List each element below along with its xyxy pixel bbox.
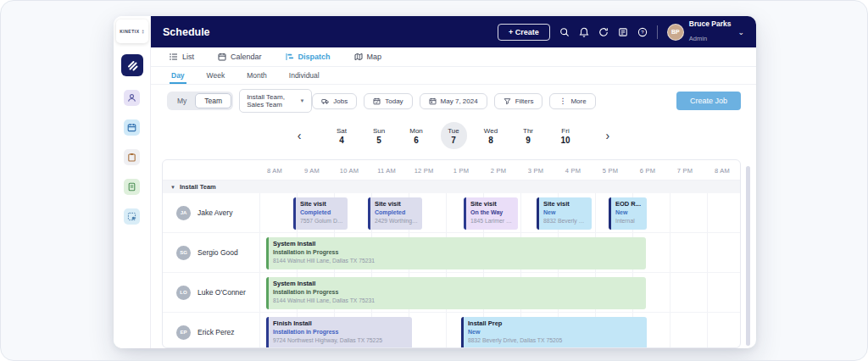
workspace-switcher[interactable]: kinetix ▴▾ bbox=[116, 19, 148, 43]
subtab-day[interactable]: Day bbox=[170, 67, 186, 84]
toolbar-buttons: Jobs Today bbox=[312, 93, 595, 109]
user-menu[interactable]: BP Bruce Parks Admin ⌄ bbox=[667, 19, 744, 44]
time-tick: 8 AM bbox=[256, 167, 293, 175]
search-button[interactable] bbox=[559, 27, 570, 37]
event-card[interactable]: Site visit New 8832 Beverly Dri... bbox=[537, 197, 592, 230]
calendar-icon bbox=[218, 53, 226, 61]
day-tue-7-selected[interactable]: Tue 7 bbox=[441, 122, 467, 149]
subtab-month[interactable]: Month bbox=[245, 67, 269, 84]
time-tick: 5 PM bbox=[592, 167, 629, 175]
vertical-scrollbar[interactable] bbox=[746, 166, 750, 346]
event-address: 1845 Larimer Ro... bbox=[470, 217, 514, 225]
sidebar-item-contacts[interactable] bbox=[124, 90, 140, 106]
event-status: New bbox=[468, 328, 643, 336]
technician-cell[interactable]: JA Jake Avery bbox=[163, 206, 259, 220]
clipboard-icon bbox=[127, 153, 136, 162]
event-address: 7557 Golum Dri... bbox=[300, 217, 343, 225]
sidebar-item-tasks[interactable] bbox=[124, 149, 140, 165]
day-thr-9[interactable]: Thr 9 bbox=[515, 122, 542, 149]
truck-icon bbox=[321, 97, 329, 105]
notifications-button[interactable] bbox=[579, 27, 589, 37]
top-header: Schedule + Create bbox=[151, 16, 756, 47]
help-button[interactable]: ? bbox=[637, 27, 648, 37]
next-day-button[interactable]: › bbox=[603, 129, 614, 142]
event-title: Finish Install bbox=[273, 319, 408, 328]
event-card[interactable]: System Install Installation in Progress … bbox=[266, 237, 646, 269]
date-navigation: ‹ Sat 4 Sun 5 Mon 6 Tue bbox=[151, 117, 756, 154]
day-mon-6[interactable]: Mon 6 bbox=[403, 122, 430, 149]
event-address: 8832 Beverly Drive, Dallas TX 75205 bbox=[468, 336, 643, 345]
technician-avatar: LO bbox=[176, 286, 191, 300]
filter-icon bbox=[504, 97, 511, 105]
event-address: 9724 Northwest Highway, Dallas TX 75225 bbox=[273, 336, 408, 345]
create-button[interactable]: + Create bbox=[498, 24, 550, 41]
event-card[interactable]: Site visit Completed 7557 Golum Dri... bbox=[293, 197, 348, 230]
technician-cell[interactable]: LO Luke O'Conner bbox=[163, 286, 259, 300]
header-divider bbox=[657, 25, 658, 39]
map-grid-icon bbox=[127, 212, 136, 221]
today-button-label: Today bbox=[385, 97, 403, 105]
time-tick: 1 PM bbox=[442, 167, 480, 175]
event-title: System Install bbox=[273, 240, 642, 248]
filters-button[interactable]: Filters bbox=[494, 93, 543, 109]
event-card[interactable]: Install Prep New 8832 Beverly Drive, Dal… bbox=[461, 317, 647, 348]
event-card[interactable]: EOD R... New Internal bbox=[609, 197, 647, 230]
technician-cell[interactable]: EP Erick Perez bbox=[163, 325, 259, 340]
day-wed-8[interactable]: Wed 8 bbox=[478, 122, 504, 149]
tab-dispatch[interactable]: Dispatch bbox=[286, 53, 331, 61]
kebab-icon: ⋮ bbox=[559, 97, 566, 105]
resource-row: LO Luke O'Conner System Install Installa… bbox=[163, 273, 740, 313]
event-card[interactable]: Site visit Completed 2429 Worthingto... bbox=[368, 197, 422, 230]
contact-icon bbox=[127, 93, 136, 103]
time-header: 8 AM 9 AM 10 AM 11 AM 12 PM 1 PM 2 PM 3 … bbox=[163, 160, 740, 180]
team-filter-select[interactable]: Install Team, Sales Team ▼ bbox=[239, 89, 312, 113]
event-address: Internal bbox=[615, 217, 643, 225]
chevron-down-icon: ▼ bbox=[299, 98, 304, 103]
day-sat-4[interactable]: Sat 4 bbox=[329, 122, 355, 149]
create-job-button[interactable]: Create Job bbox=[676, 92, 741, 110]
tab-list[interactable]: List bbox=[170, 53, 194, 61]
view-tabs: List Calendar Dispatch bbox=[151, 47, 756, 67]
news-feed-button[interactable] bbox=[618, 27, 628, 37]
brand-logo[interactable] bbox=[121, 54, 143, 76]
event-status: Installation in Progress bbox=[273, 248, 642, 256]
jobs-button[interactable]: Jobs bbox=[312, 93, 357, 109]
event-card[interactable]: System Install Installation in Progress … bbox=[266, 277, 646, 309]
event-card[interactable]: Site visit On the Way 1845 Larimer Ro... bbox=[464, 197, 518, 230]
event-address: 8832 Beverly Dri... bbox=[543, 217, 587, 225]
tab-calendar[interactable]: Calendar bbox=[218, 53, 262, 61]
subtab-individual[interactable]: Individual bbox=[287, 67, 321, 84]
tab-map[interactable]: Map bbox=[354, 53, 382, 61]
header-actions: + Create bbox=[498, 19, 744, 44]
toggle-my[interactable]: My bbox=[169, 94, 195, 108]
day-fri-10[interactable]: Fri 10 bbox=[553, 122, 579, 149]
refresh-button[interactable] bbox=[598, 27, 609, 37]
time-tick: 12 PM bbox=[405, 167, 442, 175]
technician-name: Jake Avery bbox=[198, 208, 232, 217]
sidebar-item-dispatch-map[interactable] bbox=[124, 208, 140, 225]
event-status: Installation in Progress bbox=[273, 328, 408, 336]
more-button[interactable]: ⋮ More bbox=[549, 93, 595, 109]
news-icon bbox=[618, 27, 628, 37]
user-avatar: BP bbox=[667, 24, 684, 41]
dispatch-board: 8 AM 9 AM 10 AM 11 AM 12 PM 1 PM 2 PM 3 … bbox=[162, 159, 741, 348]
toggle-team[interactable]: Team bbox=[195, 93, 231, 108]
tab-map-label: Map bbox=[367, 53, 382, 61]
event-title: Site visit bbox=[543, 200, 587, 208]
event-card[interactable]: Finish Install Installation in Progress … bbox=[266, 317, 412, 348]
event-title: Site visit bbox=[375, 200, 418, 208]
date-picker-button[interactable]: May 7, 2024 bbox=[420, 93, 487, 109]
sidebar-item-invoices[interactable] bbox=[124, 179, 140, 195]
sidebar-item-schedule[interactable] bbox=[124, 119, 140, 136]
brand-logo-icon bbox=[126, 59, 138, 71]
group-install-team[interactable]: ▼ Install Team bbox=[163, 180, 740, 193]
today-button[interactable]: Today bbox=[364, 93, 412, 109]
prev-day-button[interactable]: ‹ bbox=[294, 129, 305, 142]
day-sun-5[interactable]: Sun 5 bbox=[366, 122, 392, 149]
list-icon bbox=[170, 53, 178, 61]
subtab-week[interactable]: Week bbox=[205, 67, 227, 84]
calendar-icon bbox=[429, 97, 437, 105]
time-tick: 2 PM bbox=[480, 167, 517, 175]
technician-cell[interactable]: SG Sergio Good bbox=[163, 246, 259, 260]
tab-calendar-label: Calendar bbox=[231, 53, 262, 61]
